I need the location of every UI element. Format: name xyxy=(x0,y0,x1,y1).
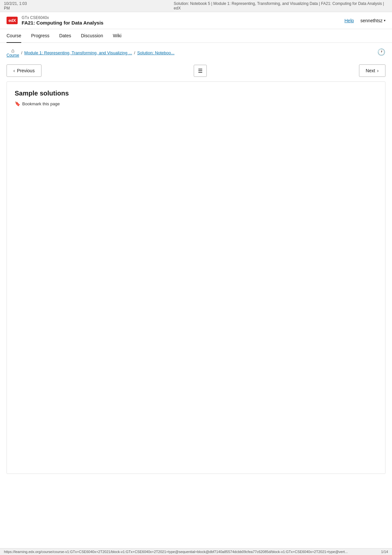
tab-wiki[interactable]: Wiki xyxy=(113,29,121,43)
help-link[interactable]: Help xyxy=(344,18,354,23)
browser-tab-bar: 10/2/21, 1:03 PM Solution: Notebook 5 | … xyxy=(0,0,392,12)
course-code: GTx CSE6040x xyxy=(22,15,103,20)
logo-area: edX GTx CSE6040x FA21: Computing for Dat… xyxy=(7,15,104,26)
next-button[interactable]: Next › xyxy=(359,64,385,77)
user-name: sennethtsz xyxy=(360,18,383,23)
menu-icon: ☰ xyxy=(198,68,203,74)
content-area: Sample solutions 🔖 Bookmark this page xyxy=(7,81,385,474)
bookmark-row[interactable]: 🔖 Bookmark this page xyxy=(15,101,377,106)
previous-button[interactable]: ‹ Previous xyxy=(7,64,41,77)
next-label: Next xyxy=(366,68,375,73)
bookmark-icon: 🔖 xyxy=(15,101,20,106)
course-title-area: GTx CSE6040x FA21: Computing for Data An… xyxy=(22,15,103,26)
content-title: Sample solutions xyxy=(15,90,377,97)
tab-discussion[interactable]: Discussion xyxy=(81,29,103,43)
top-right-area: Help sennethtsz ▾ xyxy=(344,18,385,23)
course-nav-tabs: Course Progress Dates Discussion Wiki xyxy=(0,29,392,43)
user-menu[interactable]: sennethtsz ▾ xyxy=(360,18,385,23)
breadcrumb-page-link[interactable]: Solution: Noteboo... xyxy=(137,50,174,55)
home-icon[interactable]: ⌂ Course xyxy=(7,48,19,57)
bookmark-label: Bookmark this page xyxy=(22,101,60,106)
home-label[interactable]: Course xyxy=(7,53,19,57)
browser-timestamp: 10/2/21, 1:03 PM xyxy=(4,1,33,10)
course-title: FA21: Computing for Data Analysis xyxy=(22,20,103,26)
next-chevron-icon: › xyxy=(377,68,379,73)
tab-course[interactable]: Course xyxy=(7,29,21,43)
breadcrumb-separator-1: / xyxy=(21,50,23,55)
previous-label: Previous xyxy=(17,68,35,73)
tab-dates[interactable]: Dates xyxy=(59,29,71,43)
top-navigation: edX GTx CSE6040x FA21: Computing for Dat… xyxy=(0,12,392,29)
prev-next-navigation: ‹ Previous ☰ Next › xyxy=(0,61,392,80)
breadcrumb-area: ⌂ Course / Module 1: Representing, Trans… xyxy=(0,43,392,60)
breadcrumb-separator-2: / xyxy=(134,50,135,55)
tab-progress[interactable]: Progress xyxy=(31,29,49,43)
edx-logo: edX xyxy=(7,17,18,24)
browser-page-title: Solution: Notebook 5 | Module 1: Represe… xyxy=(174,1,388,10)
previous-chevron-icon: ‹ xyxy=(13,68,15,73)
breadcrumb: ⌂ Course / Module 1: Representing, Trans… xyxy=(7,48,174,57)
menu-icon-button[interactable]: ☰ xyxy=(194,65,207,77)
chevron-down-icon: ▾ xyxy=(384,19,385,22)
breadcrumb-module-link[interactable]: Module 1: Representing, Transforming, an… xyxy=(24,50,132,55)
clock-icon[interactable]: 🕐 xyxy=(377,48,385,56)
